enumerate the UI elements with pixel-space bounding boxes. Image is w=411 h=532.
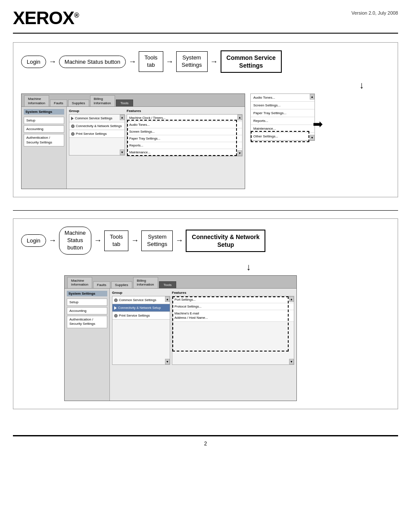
- group2-scroll-up[interactable]: ▲: [165, 296, 170, 302]
- group-panel-2: Group Common Service Settings Connectivi…: [112, 291, 170, 398]
- mini-tabs-2: MachineInformation Faults Supplies Billi…: [65, 276, 296, 289]
- tools-tab-node-2: Toolstab: [104, 230, 128, 251]
- features2-empty-1: [172, 322, 294, 330]
- tab-faults[interactable]: Faults: [50, 100, 67, 106]
- common-service-node-1: Common ServiceSettings: [221, 50, 282, 73]
- machine-status-node-1: Machine Status button: [59, 56, 126, 68]
- sidebar-setup-1[interactable]: Setup: [24, 117, 64, 124]
- features-list-1: Machine Clock / Timers... Audio Tones...…: [127, 114, 243, 156]
- feature-clock[interactable]: Machine Clock / Timers...: [127, 115, 242, 121]
- features2-empty-2: [172, 330, 294, 339]
- group2-empty-2: [112, 328, 170, 337]
- mini-tabs-1: MachineInformation Faults Supplies Billi…: [22, 94, 245, 107]
- system-settings-node-1: SystemSettings: [176, 51, 208, 72]
- section-1: Login → Machine Status button → Toolstab…: [13, 42, 398, 197]
- page-header: XEROX® Version 2.0, July 2008: [0, 0, 411, 33]
- right-scroll-down[interactable]: ▼: [310, 135, 314, 140]
- arrow-4: →: [210, 57, 218, 66]
- features-list-2: Port Settings... Protocol Settings... Ma…: [172, 296, 294, 365]
- features-scroll-down[interactable]: ▼: [237, 150, 242, 156]
- tab2-machine-info[interactable]: MachineInformation: [67, 277, 92, 288]
- features-panel-1: Features Machine Clock / Timers... Audio…: [127, 109, 243, 187]
- right-scroll-up[interactable]: ▲: [310, 94, 314, 100]
- group-item-connectivity[interactable]: Connectivity & Network Settings: [69, 122, 125, 130]
- mini-ui-body-1: System Settings Setup Accounting Authent…: [22, 107, 245, 189]
- mini-sidebar-2: System Settings Setup Accounting Authent…: [65, 289, 110, 401]
- diagram-1: MachineInformation Faults Supplies Billi…: [21, 93, 390, 189]
- right-item-paper: Paper Tray Settings...: [251, 109, 314, 117]
- logo-text: XEROX: [13, 8, 74, 28]
- mini-ui-body-2: System Settings Setup Accounting Authent…: [65, 289, 296, 401]
- arrow-5: →: [49, 236, 56, 245]
- feature2-protocol[interactable]: Protocol Settings...: [172, 303, 294, 310]
- group2-empty-1: [112, 320, 170, 328]
- mini-main-1: Group Common Service Settings: [67, 107, 245, 189]
- group2-item-print[interactable]: Print Service Settings: [112, 312, 170, 320]
- logo-reg: ®: [74, 12, 79, 19]
- tab-machine-info[interactable]: MachineInformation: [24, 95, 49, 106]
- group-list-2: Common Service Settings Connectivity & N…: [112, 296, 170, 365]
- arrow-8: →: [175, 236, 183, 245]
- down-arrow-1: ↓: [21, 80, 390, 91]
- group2-scroll-down[interactable]: ▼: [165, 359, 170, 364]
- tab2-tools[interactable]: Tools: [159, 281, 177, 288]
- feature-screen[interactable]: Screen Settings...: [127, 128, 242, 135]
- group-scroll-down[interactable]: ▼: [120, 149, 125, 155]
- right-dashed-area: Other Settings...: [251, 133, 314, 140]
- sidebar2-accounting[interactable]: Accounting: [67, 307, 107, 314]
- group2-item-connectivity[interactable]: Connectivity & Network Setup: [112, 304, 170, 312]
- features-header-1: Features: [127, 109, 243, 113]
- xerox-logo: XEROX®: [13, 8, 79, 28]
- arrow-3: →: [166, 57, 174, 66]
- right-item-screen: Screen Settings...: [251, 102, 314, 109]
- sidebar-accounting-1[interactable]: Accounting: [24, 125, 64, 133]
- tab-billing[interactable]: BillingInformation: [90, 95, 115, 106]
- flow-row-1: Login → Machine Status button → Toolstab…: [21, 50, 390, 73]
- sidebar2-auth[interactable]: Authentication /Security Settings: [67, 316, 107, 328]
- feature2-port[interactable]: Port Settings...: [172, 296, 294, 303]
- group-scroll-up[interactable]: ▲: [120, 115, 125, 120]
- system-settings-node-2: SystemSettings: [141, 230, 173, 251]
- mini-ui-2: MachineInformation Faults Supplies Billi…: [64, 275, 297, 401]
- group-panel-1: Group Common Service Settings: [69, 109, 125, 187]
- sidebar-title-2: System Settings: [67, 291, 107, 296]
- mini-sidebar-1: System Settings Setup Accounting Authent…: [22, 107, 67, 189]
- big-down-arrow: ⬇: [311, 119, 325, 129]
- features2-scroll-down[interactable]: ▼: [289, 359, 294, 364]
- feature2-email[interactable]: Machine's E-mailAddress / Host Name...: [172, 310, 294, 322]
- sidebar-auth-1[interactable]: Authentication /Security Settings: [24, 134, 64, 146]
- tab2-supplies[interactable]: Supplies: [111, 281, 132, 288]
- tab-supplies[interactable]: Supplies: [68, 100, 89, 106]
- features-header-2: Features: [172, 291, 294, 295]
- tab-tools[interactable]: Tools: [116, 100, 134, 106]
- group-item-common[interactable]: Common Service Settings: [69, 115, 125, 122]
- down-arrow-2: ↓: [21, 261, 390, 273]
- tools-tab-node-1: Toolstab: [139, 51, 163, 72]
- feature-maintenance[interactable]: Maintenance...: [127, 149, 242, 156]
- tab2-faults[interactable]: Faults: [93, 281, 110, 288]
- tab2-billing[interactable]: BillingInformation: [133, 277, 158, 288]
- login-node-1: Login: [21, 56, 46, 68]
- sidebar2-setup[interactable]: Setup: [67, 299, 107, 306]
- page-footer: 2: [13, 436, 398, 451]
- arrow-2: →: [128, 57, 136, 66]
- right-item-audio: Audio Tones...: [251, 94, 314, 102]
- features-scroll-up[interactable]: ▲: [237, 115, 242, 120]
- mini-main-2: Group Common Service Settings Connectivi…: [110, 289, 296, 401]
- flow-row-2: Login → MachineStatusbutton → Toolstab →…: [21, 227, 390, 255]
- group-header-1: Group: [69, 109, 125, 113]
- feature-reports[interactable]: Reports...: [127, 142, 242, 149]
- group-empty-1: [69, 138, 125, 146]
- version-text: Version 2.0, July 2008: [352, 10, 398, 16]
- right-item-reports: Reports...: [251, 117, 314, 125]
- arrow-7: →: [131, 236, 139, 245]
- group-item-print[interactable]: Print Service Settings: [69, 130, 125, 138]
- connectivity-node-2: Connectivity & NetworkSetup: [186, 230, 265, 252]
- group2-empty-3: [112, 337, 170, 345]
- mini-ui-1: MachineInformation Faults Supplies Billi…: [21, 93, 245, 189]
- feature-paper[interactable]: Paper Tray Settings...: [127, 135, 242, 142]
- features2-scroll-up[interactable]: ▲: [289, 296, 294, 302]
- section-2: Login → MachineStatusbutton → Toolstab →…: [13, 218, 398, 409]
- feature-audio[interactable]: Audio Tones...: [127, 121, 242, 128]
- group2-item-common[interactable]: Common Service Settings: [112, 296, 170, 304]
